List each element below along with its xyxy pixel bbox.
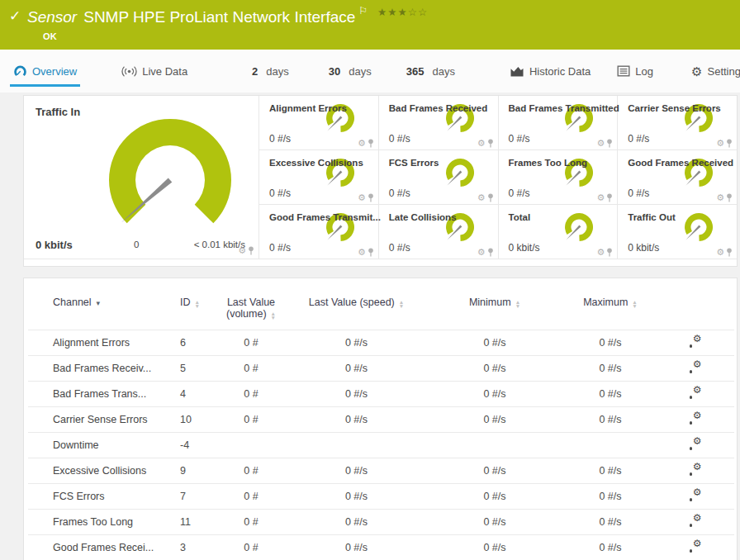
gauge-settings-icon[interactable]: ⚙ <box>358 248 366 257</box>
mini-gauge-cell[interactable]: Frames Too Long 0 #/s ⚙ <box>498 150 618 205</box>
tab-overview[interactable]: Overview <box>13 50 77 93</box>
historic-chart-icon <box>510 65 524 78</box>
column-header-minimum[interactable]: Minimum▲▼ <box>425 295 565 330</box>
channel-name[interactable]: Carrier Sense Errors <box>28 407 168 433</box>
channel-name[interactable]: Downtime <box>28 433 168 458</box>
tab-2-days[interactable]: 2 days <box>252 50 289 93</box>
gauge-settings-icon[interactable]: ⚙ <box>716 139 724 148</box>
channel-settings-icon[interactable]: ⚙ <box>689 413 702 425</box>
pin-icon[interactable] <box>368 248 374 257</box>
mini-gauge-cell[interactable]: Late Collisions 0 #/s ⚙ <box>378 205 498 259</box>
tab-log[interactable]: Log <box>617 50 653 93</box>
last-value-speed <box>288 433 425 458</box>
channel-settings-icon[interactable]: ⚙ <box>689 439 702 450</box>
column-header-channel[interactable]: Channel▾ <box>28 295 168 330</box>
table-row[interactable]: Downtime -4 ⚙ <box>28 433 734 458</box>
channel-name[interactable]: Excessive Collisions <box>28 458 168 484</box>
table-row[interactable]: Bad Frames Receiv... 5 0 # 0 #/s 0 #/s 0… <box>28 356 734 382</box>
channel-name[interactable]: Bad Frames Trans... <box>28 382 168 407</box>
gauge-settings-icon[interactable]: ⚙ <box>477 139 486 148</box>
tab-historic-data[interactable]: Historic Data <box>510 50 591 93</box>
tab-label: Overview <box>32 65 77 78</box>
mini-gauge-cell[interactable]: Bad Frames Transmitted 0 #/s ⚙ <box>498 96 618 150</box>
table-row[interactable]: Frames Too Long 11 0 # 0 #/s 0 #/s 0 #/s… <box>28 510 734 535</box>
pin-icon[interactable] <box>606 193 613 202</box>
channel-settings-icon[interactable]: ⚙ <box>689 336 702 348</box>
gauge-settings-icon[interactable]: ⚙ <box>596 139 605 148</box>
minimum-value: 0 #/s <box>425 407 565 433</box>
pin-icon[interactable] <box>248 246 254 255</box>
table-row[interactable]: Alignment Errors 6 0 # 0 #/s 0 #/s 0 #/s… <box>28 330 734 356</box>
mini-gauge-cell[interactable]: FCS Errors 0 #/s ⚙ <box>378 150 498 205</box>
gauge-settings-icon[interactable]: ⚙ <box>477 193 486 202</box>
mini-gauge <box>439 156 480 192</box>
gauge-settings-icon[interactable]: ⚙ <box>238 246 246 255</box>
tab-365-days[interactable]: 365 days <box>406 50 455 93</box>
mini-gauge-cell[interactable]: Alignment Errors 0 #/s ⚙ <box>259 96 378 150</box>
tab-live-data[interactable]: Live Data <box>121 50 187 93</box>
channel-name[interactable]: FCS Errors <box>28 484 168 510</box>
pin-icon[interactable] <box>606 248 613 257</box>
mini-gauge-cell[interactable]: Bad Frames Received 0 #/s ⚙ <box>378 96 498 150</box>
gauge-settings-icon[interactable]: ⚙ <box>596 248 605 257</box>
tab-settings[interactable]: ⚙ Settings <box>691 50 740 93</box>
mini-gauge-title: Carrier Sense Errors <box>628 103 721 113</box>
channel-settings-icon[interactable]: ⚙ <box>689 362 702 373</box>
tab-30-days[interactable]: 30 days <box>329 50 372 93</box>
mini-gauge-cell[interactable]: Traffic Out 0 kbit/s ⚙ <box>617 205 737 259</box>
table-row[interactable]: Good Frames Recei... 3 0 # 0 #/s 0 #/s 0… <box>28 535 734 560</box>
pin-icon[interactable] <box>368 139 374 148</box>
settings-gear-icon: ⚙ <box>691 65 702 78</box>
channel-settings-icon[interactable]: ⚙ <box>689 515 702 527</box>
channel-settings-icon[interactable]: ⚙ <box>689 387 702 399</box>
channel-name[interactable]: Frames Too Long <box>28 510 168 535</box>
page-content: Traffic In 0 kbit/s 0 < 0.01 kbit/s ⚙ Al… <box>0 93 740 560</box>
column-header-last-value-speed[interactable]: Last Value (speed)▲▼ <box>288 295 425 330</box>
mini-gauge-title: Total <box>509 212 531 222</box>
gauge-settings-icon[interactable]: ⚙ <box>716 193 724 202</box>
gauge-settings-icon[interactable]: ⚙ <box>716 248 724 257</box>
channel-name[interactable]: Alignment Errors <box>28 330 168 356</box>
column-header-maximum[interactable]: Maximum▲▼ <box>565 295 656 330</box>
gauge-settings-icon[interactable]: ⚙ <box>358 139 366 148</box>
table-row[interactable]: Excessive Collisions 9 0 # 0 #/s 0 #/s 0… <box>28 458 734 484</box>
channel-name[interactable]: Good Frames Recei... <box>28 535 168 560</box>
minimum-value: 0 #/s <box>425 510 565 535</box>
mini-gauge-value: 0 #/s <box>269 242 291 254</box>
pin-icon[interactable] <box>487 248 494 257</box>
last-value-volume: 0 # <box>214 458 288 484</box>
pin-icon[interactable] <box>606 139 613 148</box>
mini-gauge-cell[interactable]: Excessive Collisions 0 #/s ⚙ <box>259 150 378 205</box>
priority-stars[interactable]: ★★★☆☆ <box>377 7 428 18</box>
pin-icon[interactable] <box>726 193 733 202</box>
tab-label: days <box>349 65 371 78</box>
table-row[interactable]: FCS Errors 7 0 # 0 #/s 0 #/s 0 #/s ⚙ <box>28 484 734 510</box>
channel-settings-icon[interactable]: ⚙ <box>689 541 702 553</box>
mini-gauge-cell[interactable]: Good Frames Transmit... 0 #/s ⚙ <box>259 205 378 259</box>
sort-desc-icon: ▾ <box>97 299 101 307</box>
channel-id: 7 <box>168 484 214 510</box>
pin-icon[interactable] <box>368 193 374 202</box>
mini-gauge-cell[interactable]: Good Frames Received 0 #/s ⚙ <box>617 150 737 205</box>
last-value-volume: 0 # <box>214 407 288 433</box>
gauge-settings-icon[interactable]: ⚙ <box>358 193 366 202</box>
pin-icon[interactable] <box>487 193 494 202</box>
minimum-value: 0 #/s <box>425 458 565 484</box>
pin-icon[interactable] <box>487 139 494 148</box>
gauge-settings-icon[interactable]: ⚙ <box>596 193 605 202</box>
channel-settings-icon[interactable]: ⚙ <box>689 464 702 476</box>
table-row[interactable]: Bad Frames Trans... 4 0 # 0 #/s 0 #/s 0 … <box>28 382 734 407</box>
pin-icon[interactable] <box>726 248 733 257</box>
gauge-settings-icon[interactable]: ⚙ <box>477 248 486 257</box>
channel-settings-icon[interactable]: ⚙ <box>689 490 702 501</box>
tab-day-count: 365 <box>406 65 425 78</box>
column-header-id[interactable]: ID▲▼ <box>168 295 214 330</box>
pin-icon[interactable] <box>726 139 733 148</box>
mini-gauge-cell[interactable]: Carrier Sense Errors 0 #/s ⚙ <box>617 96 737 150</box>
channel-name[interactable]: Bad Frames Receiv... <box>28 356 168 382</box>
column-header-last-value-volume[interactable]: Last Value(volume)▲▼ <box>214 295 288 330</box>
table-row[interactable]: Carrier Sense Errors 10 0 # 0 #/s 0 #/s … <box>28 407 734 433</box>
live-data-icon <box>121 65 137 78</box>
mini-gauge-cell[interactable]: Total 0 kbit/s ⚙ <box>498 205 618 259</box>
minimum-value: 0 #/s <box>425 382 565 407</box>
